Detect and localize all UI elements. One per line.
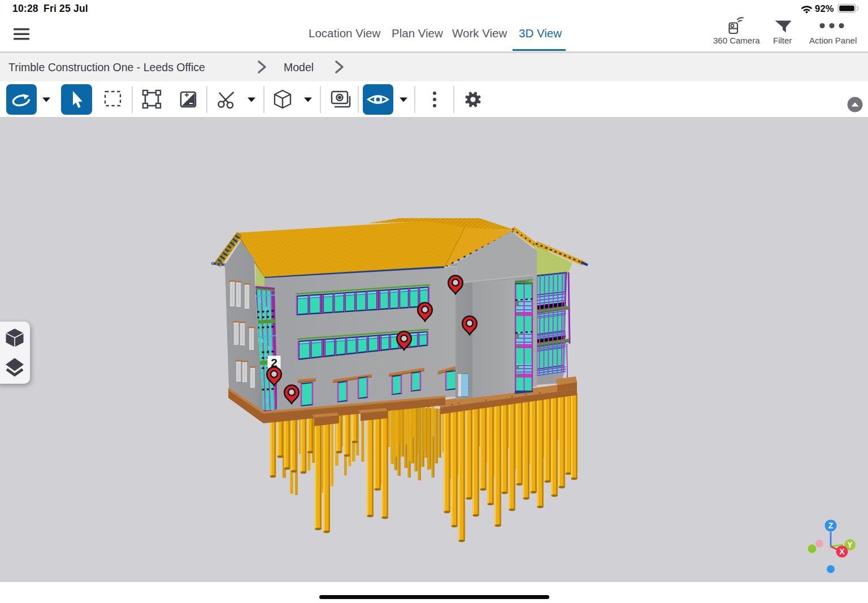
svg-text:Z: Z (828, 521, 834, 530)
svg-text:X: X (839, 547, 845, 556)
svg-text:Y: Y (847, 540, 853, 549)
